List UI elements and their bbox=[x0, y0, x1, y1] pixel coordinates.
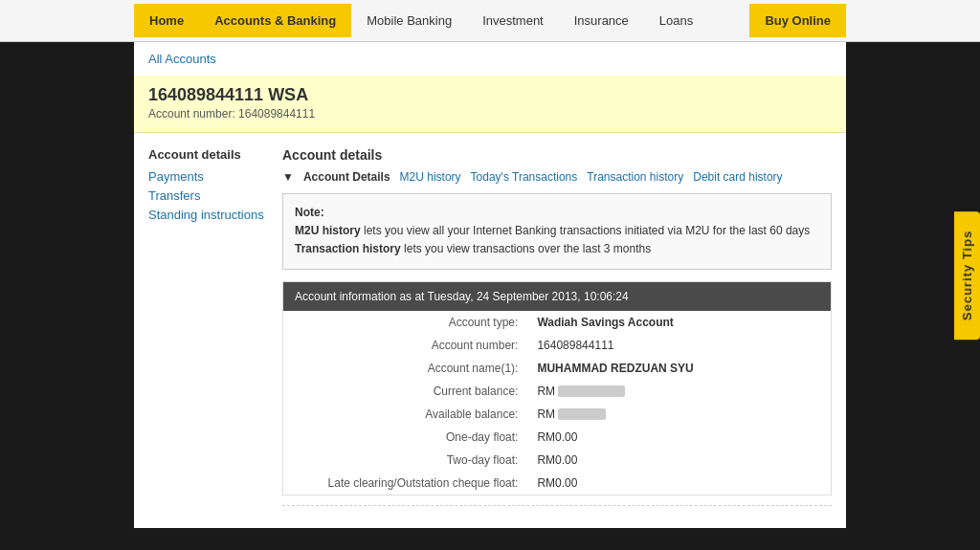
sub-tab-arrow: ▼ bbox=[282, 170, 294, 184]
content-area: Account details Payments Transfers Stand… bbox=[134, 133, 846, 528]
table-row: Account number: 164089844111 bbox=[283, 334, 831, 357]
tab-account-details[interactable]: Account Details bbox=[303, 170, 390, 184]
table-row: Current balance: RM bbox=[283, 380, 831, 403]
table-row: Account name(1): MUHAMMAD REDZUAN SYU bbox=[283, 357, 831, 380]
right-content: Account details ▼ Account Details M2U hi… bbox=[282, 147, 832, 514]
sidebar-transfers[interactable]: Transfers bbox=[148, 188, 282, 203]
nav-mobile-banking[interactable]: Mobile Banking bbox=[351, 4, 467, 37]
nav-investment[interactable]: Investment bbox=[467, 4, 559, 37]
nav-insurance[interactable]: Insurance bbox=[559, 4, 644, 37]
field-label-current-balance: Current balance: bbox=[283, 380, 529, 403]
note-txn-rest: lets you view transactions over the last… bbox=[401, 242, 651, 255]
breadcrumb: All Accounts bbox=[134, 42, 846, 76]
sidebar-payments[interactable]: Payments bbox=[148, 169, 282, 184]
account-info-table-wrapper: Account information as at Tuesday, 24 Se… bbox=[282, 281, 832, 495]
field-label-twoday-float: Two-day float: bbox=[283, 449, 529, 472]
account-header: 164089844111 WSA Account number: 1640898… bbox=[134, 76, 846, 133]
note-m2u-rest: lets you view all your Internet Banking … bbox=[361, 224, 811, 237]
balance-blur-current bbox=[558, 385, 625, 397]
tab-m2u-history[interactable]: M2U history bbox=[400, 170, 461, 184]
table-row: Account type: Wadiah Savings Account bbox=[283, 311, 831, 334]
field-label-available-balance: Available balance: bbox=[283, 403, 529, 426]
table-row: Available balance: RM bbox=[283, 403, 831, 426]
field-label-account-type: Account type: bbox=[283, 311, 529, 334]
note-txn-bold: Transaction history bbox=[295, 242, 401, 255]
balance-blur-available bbox=[558, 408, 606, 420]
top-nav: Home Accounts & Banking Mobile Banking I… bbox=[0, 0, 980, 42]
account-number-subtitle: Account number: 164089844111 bbox=[148, 107, 832, 121]
table-row: Late clearing/Outstation cheque float: R… bbox=[283, 472, 831, 495]
field-value-oneday-float: RM0.00 bbox=[529, 426, 831, 449]
nav-buy-online[interactable]: Buy Online bbox=[749, 4, 846, 37]
field-value-account-name: MUHAMMAD REDZUAN SYU bbox=[529, 357, 831, 380]
field-value-account-number: 164089844111 bbox=[529, 334, 831, 357]
field-value-late-clearing: RM0.00 bbox=[529, 472, 831, 495]
separator bbox=[282, 505, 832, 506]
table-row: Two-day float: RM0.00 bbox=[283, 449, 831, 472]
field-label-oneday-float: One-day float: bbox=[283, 426, 529, 449]
nav-accounts-banking[interactable]: Accounts & Banking bbox=[199, 4, 351, 37]
left-sidebar: Account details Payments Transfers Stand… bbox=[148, 147, 282, 514]
nav-home[interactable]: Home bbox=[134, 4, 199, 37]
note-label: Note: bbox=[295, 206, 324, 219]
field-label-late-clearing: Late clearing/Outstation cheque float: bbox=[283, 472, 529, 495]
tab-todays-transactions[interactable]: Today's Transactions bbox=[471, 170, 578, 184]
field-value-current-balance: RM bbox=[529, 380, 831, 403]
account-title: 164089844111 WSA bbox=[148, 85, 832, 105]
sidebar-title: Account details bbox=[148, 147, 282, 162]
table-row: One-day float: RM0.00 bbox=[283, 426, 831, 449]
main-wrapper: All Accounts 164089844111 WSA Account nu… bbox=[134, 42, 846, 528]
tab-transaction-history[interactable]: Transaction history bbox=[587, 170, 683, 184]
security-tips-button[interactable]: Security Tips bbox=[954, 210, 980, 339]
field-value-twoday-float: RM0.00 bbox=[529, 449, 831, 472]
nav-loans[interactable]: Loans bbox=[644, 4, 708, 37]
note-box: Note: M2U history lets you view all your… bbox=[282, 193, 832, 270]
all-accounts-link[interactable]: All Accounts bbox=[148, 52, 216, 66]
right-title: Account details bbox=[282, 147, 832, 163]
note-m2u-bold: M2U history bbox=[295, 224, 361, 237]
field-label-account-name: Account name(1): bbox=[283, 357, 529, 380]
tab-debit-card-history[interactable]: Debit card history bbox=[693, 170, 782, 184]
field-value-account-type: Wadiah Savings Account bbox=[529, 311, 831, 334]
sidebar-standing-instructions[interactable]: Standing instructions bbox=[148, 208, 282, 222]
account-info-rows: Account type: Wadiah Savings Account Acc… bbox=[283, 311, 831, 495]
field-label-account-number: Account number: bbox=[283, 334, 529, 357]
account-info-table: Account type: Wadiah Savings Account Acc… bbox=[283, 311, 831, 495]
sub-tabs: ▼ Account Details M2U history Today's Tr… bbox=[282, 170, 832, 184]
account-info-header: Account information as at Tuesday, 24 Se… bbox=[283, 282, 831, 311]
field-value-available-balance: RM bbox=[529, 403, 831, 426]
